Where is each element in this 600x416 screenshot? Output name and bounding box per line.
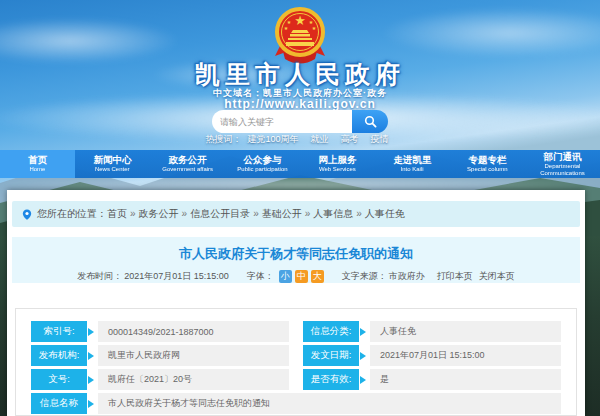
table-row: 发布机构: 凯里市人民政府网 发文日期: 2021年07月01日 15:15:0… — [31, 345, 561, 366]
nav-item-sublabel: Government affairs — [160, 166, 215, 172]
font-size-control: 字体： 小中大 — [247, 270, 324, 283]
nav-item-label: 专题专栏 — [469, 155, 507, 165]
nav-bar: 首页Home新闻中心News Center政务公开Government affa… — [0, 150, 600, 178]
issue-date-value: 2021年07月01日 15:15:00 — [370, 345, 561, 366]
nav-item-special-column[interactable]: 专题专栏Special column — [450, 150, 525, 178]
nav-item-label: 网上服务 — [319, 155, 357, 165]
arrow-right-icon — [360, 328, 370, 336]
nav-item-sublabel: Departmental Communications — [527, 163, 598, 176]
page: ★ ★ ★ ★ ★ 凯里市人民政府 中文域名：凯里市人民政府办公室·政务 htt… — [0, 0, 600, 416]
index-number-label: 索引号: — [31, 321, 87, 342]
arrow-right-icon — [360, 376, 370, 384]
nav-item-label: 政务公开 — [169, 155, 207, 165]
nav-item-label: 新闻中心 — [94, 155, 132, 165]
nav-item-into-kaili[interactable]: 走进凯里Into Kaili — [375, 150, 450, 178]
publish-org-label: 发布机构: — [31, 345, 87, 366]
breadcrumb-prefix: 您所在的位置： — [37, 207, 107, 221]
breadcrumb-trail: 首页»政务公开»信息公开目录»基础公开»人事信息»人事任免 — [107, 207, 405, 221]
font-size-small-button[interactable]: 小 — [279, 270, 292, 283]
arrow-right-icon — [360, 352, 370, 360]
svg-text:★: ★ — [312, 25, 317, 31]
font-size-medium-button[interactable]: 中 — [295, 270, 308, 283]
nav-item-label: 部门通讯 — [544, 152, 582, 162]
search-input[interactable] — [212, 110, 352, 133]
hot-word-link[interactable]: 疫情 — [371, 134, 389, 144]
is-valid-label: 是否有效: — [303, 369, 359, 390]
nav-item-home[interactable]: 首页Home — [0, 150, 75, 178]
info-name-label: 信息名称 — [31, 393, 87, 414]
location-pin-icon — [22, 208, 32, 221]
nav-item-departmental-communications[interactable]: 部门通讯Departmental Communications — [525, 150, 600, 178]
breadcrumb-link[interactable]: 首页 — [107, 208, 127, 219]
table-row: 信息名称 市人民政府关于杨才等同志任免职的通知 — [31, 393, 561, 414]
hot-word-link[interactable]: 高考 — [341, 134, 359, 144]
nav-item-label: 公众参与 — [244, 155, 282, 165]
hot-words-row: 热搜词：建党100周年就业高考疫情 — [0, 133, 600, 146]
breadcrumb-separator: » — [253, 208, 259, 219]
content-panel: 您所在的位置： 首页»政务公开»信息公开目录»基础公开»人事信息»人事任免 市人… — [7, 190, 585, 416]
info-name-value: 市人民政府关于杨才等同志任免职的通知 — [98, 393, 561, 414]
article-meta-row: 发布时间：2021年07月01日 15:15:00 字体： 小中大 文字来源：市… — [12, 270, 580, 283]
nav-item-sublabel: News Center — [93, 166, 131, 172]
is-valid-value: 是 — [370, 369, 561, 390]
info-category-label: 信息分类: — [303, 321, 359, 342]
publish-time: 发布时间：2021年07月01日 15:15:00 — [77, 270, 229, 283]
breadcrumb-separator: » — [305, 208, 311, 219]
nav-item-sublabel: Web Services — [317, 166, 358, 172]
nav-item-web-services[interactable]: 网上服务Web Services — [300, 150, 375, 178]
article-title: 市人民政府关于杨才等同志任免职的通知 — [12, 237, 580, 263]
breadcrumb-link[interactable]: 信息公开目录 — [190, 208, 250, 219]
nav-item-sublabel: Into Kaili — [399, 166, 426, 172]
nav-item-sublabel: Home — [28, 166, 48, 172]
hot-word-link[interactable]: 建党100周年 — [247, 134, 298, 144]
search-bar — [212, 110, 388, 133]
arrow-right-icon — [88, 352, 98, 360]
hot-words-label: 热搜词： — [205, 134, 241, 144]
breadcrumb-link[interactable]: 政务公开 — [139, 208, 179, 219]
hot-word-link[interactable]: 就业 — [311, 134, 329, 144]
search-icon — [364, 115, 377, 128]
doc-number-label: 文号: — [31, 369, 87, 390]
arrow-right-icon — [88, 328, 98, 336]
index-number-value: 000014349/2021-1887000 — [98, 321, 289, 342]
info-table: 索引号: 000014349/2021-1887000 信息分类: 人事任免 发… — [15, 308, 577, 416]
font-size-label: 字体： — [247, 270, 274, 283]
nav-item-sublabel: Public participation — [235, 166, 289, 172]
publish-org-value: 凯里市人民政府网 — [98, 345, 289, 366]
article-header: 市人民政府关于杨才等同志任免职的通知 发布时间：2021年07月01日 15:1… — [12, 237, 580, 283]
breadcrumb-separator: » — [130, 208, 136, 219]
text-source: 文字来源：市政府办 — [342, 270, 425, 283]
font-size-large-button[interactable]: 大 — [311, 270, 324, 283]
nav-item-sublabel: Special column — [465, 166, 509, 172]
nav-item-label: 走进凯里 — [394, 155, 432, 165]
cloud-decoration — [380, 8, 600, 58]
site-url: http://www.kaili.gov.cn — [0, 97, 600, 111]
nav-item-public-participation[interactable]: 公众参与Public participation — [225, 150, 300, 178]
table-row: 索引号: 000014349/2021-1887000 信息分类: 人事任免 — [31, 321, 561, 342]
info-category-value: 人事任免 — [370, 321, 561, 342]
font-size-buttons: 小中大 — [276, 270, 324, 283]
issue-date-label: 发文日期: — [303, 345, 359, 366]
hot-words-list: 建党100周年就业高考疫情 — [241, 134, 394, 144]
breadcrumb-separator: » — [182, 208, 188, 219]
breadcrumb: 您所在的位置： 首页»政务公开»信息公开目录»基础公开»人事信息»人事任免 — [12, 201, 580, 227]
doc-number-value: 凯府任〔2021〕20号 — [98, 369, 289, 390]
breadcrumb-link[interactable]: 人事任免 — [365, 208, 405, 219]
svg-text:★: ★ — [294, 13, 306, 28]
svg-text:★: ★ — [284, 25, 289, 31]
close-page-link[interactable]: 关闭本页 — [479, 270, 515, 283]
search-button[interactable] — [352, 110, 388, 133]
nav-item-news-center[interactable]: 新闻中心News Center — [75, 150, 150, 178]
breadcrumb-link[interactable]: 人事信息 — [313, 208, 353, 219]
print-page-link[interactable]: 打印本页 — [437, 270, 473, 283]
table-row: 文号: 凯府任〔2021〕20号 是否有效: 是 — [31, 369, 561, 390]
breadcrumb-separator: » — [356, 208, 362, 219]
nav-item-label: 首页 — [28, 155, 47, 165]
nav-item-government-affairs[interactable]: 政务公开Government affairs — [150, 150, 225, 178]
arrow-right-icon — [88, 376, 98, 384]
arrow-right-icon — [88, 400, 98, 408]
breadcrumb-link[interactable]: 基础公开 — [262, 208, 302, 219]
